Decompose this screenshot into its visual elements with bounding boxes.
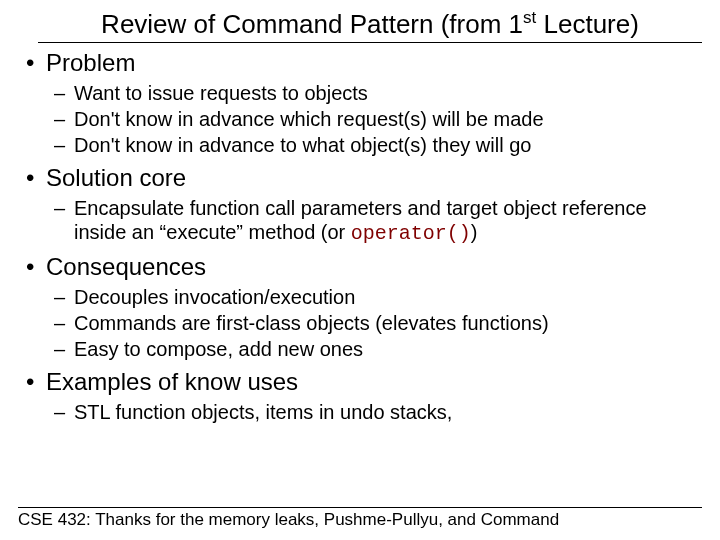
heading-problem: Problem [46,49,135,77]
dash-icon: – [54,285,74,309]
list-item: –Encapsulate function call parameters an… [54,196,702,247]
item-text: Commands are first-class objects (elevat… [74,311,702,335]
item-text: Encapsulate function call parameters and… [74,196,702,247]
title-post: Lecture) [536,9,639,39]
bullet-dot-icon: • [24,368,46,396]
slide-content: • Problem –Want to issue requests to obj… [18,49,702,425]
dash-icon: – [54,337,74,361]
item-text: Easy to compose, add new ones [74,337,702,361]
heading-solution: Solution core [46,164,186,192]
slide-title: Review of Command Pattern (from 1st Lect… [38,8,702,43]
item-text: STL function objects, items in undo stac… [74,400,702,424]
dash-icon: – [54,196,74,247]
bullet-dot-icon: • [24,49,46,77]
list-item: –Don't know in advance to what object(s)… [54,133,702,157]
bullet-dot-icon: • [24,164,46,192]
heading-consequences: Consequences [46,253,206,281]
bullet-problem: • Problem [24,49,702,77]
code-snippet: operator() [351,222,471,245]
slide-footer: CSE 432: Thanks for the memory leaks, Pu… [18,507,702,530]
bullet-examples: • Examples of know uses [24,368,702,396]
title-pre: Review of Command Pattern (from 1 [101,9,523,39]
list-item: –Easy to compose, add new ones [54,337,702,361]
title-sup: st [523,8,536,27]
item-text: Don't know in advance to what object(s) … [74,133,702,157]
item-text: Don't know in advance which request(s) w… [74,107,702,131]
item-text: Decouples invocation/execution [74,285,702,309]
list-item: –Want to issue requests to objects [54,81,702,105]
list-item: –Decouples invocation/execution [54,285,702,309]
list-item: –STL function objects, items in undo sta… [54,400,702,424]
bullet-solution: • Solution core [24,164,702,192]
bullet-dot-icon: • [24,253,46,281]
list-item: –Commands are first-class objects (eleva… [54,311,702,335]
dash-icon: – [54,311,74,335]
dash-icon: – [54,107,74,131]
item-post: ) [471,221,478,243]
dash-icon: – [54,400,74,424]
item-text: Want to issue requests to objects [74,81,702,105]
heading-examples: Examples of know uses [46,368,298,396]
bullet-consequences: • Consequences [24,253,702,281]
list-item: –Don't know in advance which request(s) … [54,107,702,131]
dash-icon: – [54,133,74,157]
dash-icon: – [54,81,74,105]
